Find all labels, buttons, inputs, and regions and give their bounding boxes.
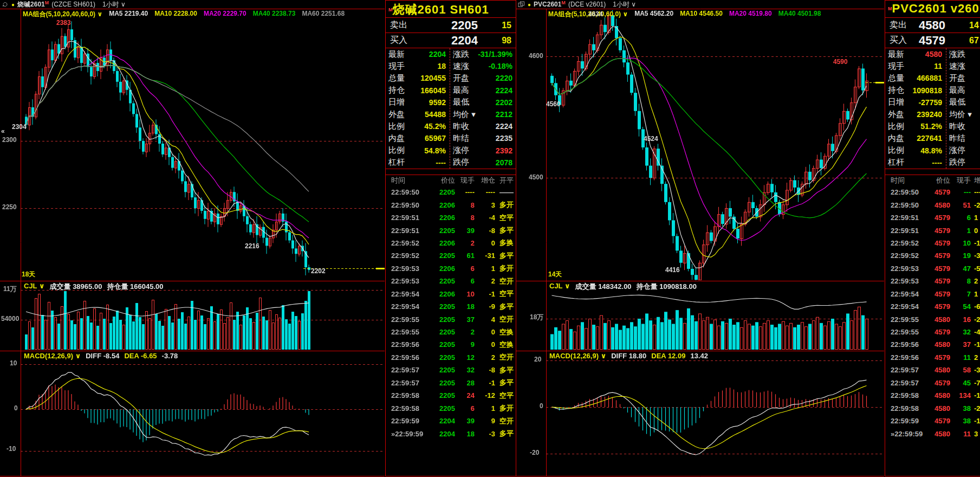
tick-cell: 2204	[428, 417, 455, 425]
stat-label: 持仓	[888, 85, 904, 95]
chart-label: 4524	[644, 136, 658, 143]
mid-tick-list[interactable]: 时间价位现手增仓开平22:59:502205--------——22:59:50…	[386, 175, 517, 440]
tick-cell: 22:59:54	[885, 302, 926, 311]
tick-cell: 22:59:56	[386, 353, 428, 362]
stat-label: 跌停	[949, 157, 965, 167]
cjl-dropdown[interactable]: CJL ∨	[24, 282, 45, 292]
stat-value: 227641	[917, 134, 942, 143]
tick-cell: 22:59:53	[885, 277, 926, 285]
right-quote-title: MPVC2601 v2601	[888, 2, 980, 16]
tick-cell: 1	[475, 265, 495, 273]
ma-combo-dropdown[interactable]: MA组合(5,10,20,40,60,0) ∨	[23, 10, 102, 19]
tick-cell: 37	[950, 340, 971, 349]
tick-cell: 2205	[428, 379, 455, 387]
stat-row: 外盘239240	[885, 108, 945, 120]
chart-label: 54000	[1, 315, 19, 323]
ask-row[interactable]: 卖出 2205 15	[386, 18, 516, 33]
tick-cell: 38	[950, 417, 971, 425]
macd-dropdown[interactable]: MACD(12,26,9) ∨	[549, 352, 606, 360]
chart-label: 2304	[12, 124, 27, 131]
tick-cell: 22:59:51	[885, 214, 926, 222]
tick-cell: 空开	[495, 416, 517, 426]
tick-cell: 3	[971, 430, 980, 438]
tick-cell: -1	[475, 290, 495, 298]
tick-row: 22:59:562205122空开	[386, 351, 517, 364]
stat-row: 现手11	[885, 60, 945, 72]
chart-label: 20	[534, 356, 541, 363]
tick-cell: 39	[455, 417, 475, 425]
stat-value: 2078	[496, 158, 512, 167]
main-contract-flag: M	[45, 0, 49, 5]
left-period-selector[interactable]: 1小时 ∨	[102, 0, 126, 9]
ask-row[interactable]: 卖出 4580 14	[885, 18, 980, 33]
stat-label: 速涨	[949, 61, 965, 72]
tick-cell: 19	[950, 252, 971, 260]
stat-value: 466881	[917, 74, 942, 82]
tick-cell: 16	[950, 315, 971, 324]
tick-cell: 22:59:53	[386, 265, 428, 273]
tick-cell: 22:59:57	[386, 379, 428, 387]
stat-value: 9592	[429, 98, 446, 107]
stat-row: 昨收	[946, 120, 980, 132]
stat-row: 涨跌-31/1.39%	[450, 48, 515, 60]
tick-cell: 2205	[428, 366, 455, 374]
stat-label: 跌停	[453, 157, 469, 167]
tick-cell: -1	[971, 239, 980, 247]
stat-label: 昨结	[453, 133, 469, 144]
tick-cell: 22:59:52	[885, 239, 926, 247]
refresh-icon[interactable]	[2, 1, 9, 8]
tick-row: 22:59:51457961	[885, 211, 980, 224]
stat-row: 涨跌	[946, 48, 980, 60]
tick-cell: 4579	[926, 277, 950, 285]
right-chart-header: ● PVC2601M (DCE v2601) 1小时 ∨	[518, 1, 636, 8]
tick-cell: 6	[455, 277, 475, 285]
tick-cell: 8	[950, 277, 971, 285]
macd-dropdown[interactable]: MACD(12,26,9) ∨	[24, 352, 81, 360]
tick-cell: 22:59:50	[885, 188, 926, 196]
tick-col-header: 增仓	[475, 176, 495, 185]
tick-cell: 空平	[495, 391, 517, 401]
chart-label: 4416	[665, 267, 680, 274]
bid-row[interactable]: 买入 2204 98	[386, 33, 516, 48]
instrument-dot-icon: ●	[11, 2, 15, 8]
stat-value: 2204	[429, 50, 446, 59]
bid-row[interactable]: 买入 4579 67	[885, 33, 980, 48]
stat-label: 涨停	[949, 145, 965, 156]
right-period-selector[interactable]: 1小时 ∨	[613, 0, 636, 9]
ma-value: MA10 2228.00	[154, 10, 197, 17]
tick-cell: 多平	[495, 225, 517, 235]
tick-cell: 22:59:56	[885, 353, 926, 362]
divider	[885, 169, 980, 169]
tick-cell: 22:59:59	[885, 417, 926, 425]
stat-row: 持仓1090818	[885, 85, 945, 96]
stat-value: 48.8%	[920, 146, 942, 155]
windows-icon[interactable]	[518, 1, 525, 8]
right-tick-list[interactable]: 时间价位现手增仓22:59:504579-------22:59:5045805…	[885, 175, 980, 440]
tick-cell: 2205	[428, 227, 455, 235]
right-macd-pane-header: MACD(12,26,9) ∨ DIFF 18.80 DEA 12.09 13.…	[549, 352, 708, 360]
tick-cell: 0	[475, 340, 495, 349]
stat-value: 2202	[496, 98, 512, 107]
stat-row: 速涨	[946, 60, 980, 72]
tick-cell: »22:59:59	[885, 430, 926, 438]
chart-label: 18万	[530, 314, 543, 321]
left-chart-header: ● 烧碱2601M (CZCE SH601) 1小时 ∨	[2, 1, 126, 8]
stat-label: 外盘	[388, 109, 405, 120]
tick-cell: 38	[950, 404, 971, 412]
stat-row: 最高2224	[450, 85, 515, 96]
stat-label: 杠杆	[888, 157, 904, 167]
stat-label: 总量	[888, 73, 904, 83]
cjl-dropdown[interactable]: CJL ∨	[549, 282, 570, 292]
tick-cell: -7	[971, 379, 980, 387]
ma-value: MA60 2251.68	[302, 10, 345, 17]
ma-value: MA5 4562.20	[634, 10, 673, 17]
stat-row: 内盘65967	[386, 132, 449, 144]
stat-row: 比例45.2%	[386, 120, 449, 132]
stat-label: 昨收	[949, 121, 965, 132]
stat-label: 最高	[453, 85, 469, 95]
tick-cell: 空平	[495, 289, 517, 299]
stat-label: 开盘	[453, 73, 469, 83]
stat-label: 总量	[388, 73, 405, 83]
tick-cell: 22:59:58	[885, 404, 926, 412]
tick-cell: 22:59:52	[885, 252, 926, 260]
